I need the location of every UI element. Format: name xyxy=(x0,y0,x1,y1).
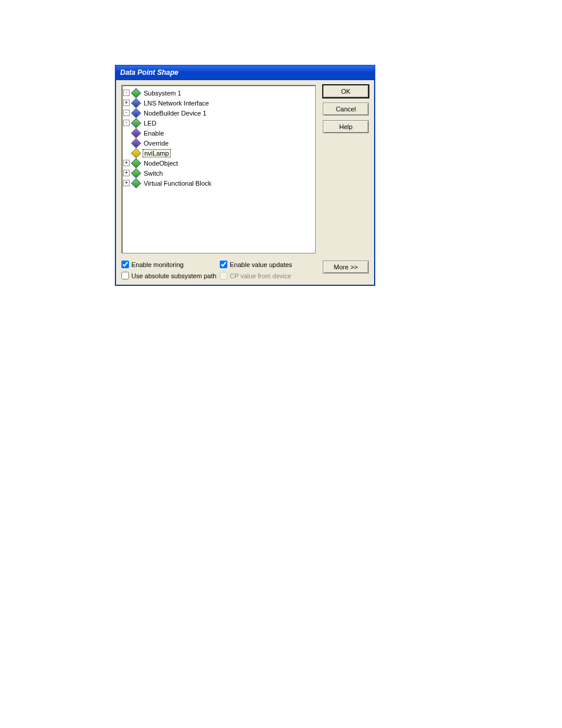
tree-label: Switch xyxy=(143,170,164,177)
help-button[interactable]: Help xyxy=(323,120,369,133)
tree-view[interactable]: - Subsystem 1 + LNS Network Interface xyxy=(121,85,316,253)
enable-monitoring-checkbox[interactable]: Enable monitoring xyxy=(121,261,220,268)
tree-label: NodeBuilder Device 1 xyxy=(143,110,207,117)
block-icon xyxy=(132,179,140,187)
block-icon xyxy=(132,159,140,167)
expand-icon[interactable]: + xyxy=(123,180,130,186)
enable-value-updates-input[interactable] xyxy=(220,261,227,268)
button-column: OK Cancel Help xyxy=(323,85,369,253)
expand-icon[interactable]: + xyxy=(123,100,130,106)
cancel-button[interactable]: Cancel xyxy=(323,103,369,116)
tree-label: Virtual Functional Block xyxy=(143,180,213,187)
tree-label: Subsystem 1 xyxy=(143,90,183,97)
device-icon xyxy=(132,109,140,117)
checkbox-label: Enable monitoring xyxy=(131,261,184,268)
collapse-icon[interactable]: - xyxy=(123,90,130,96)
tree-item-enable[interactable]: Enable xyxy=(123,128,314,138)
tree-item-nodebuilder[interactable]: - NodeBuilder Device 1 xyxy=(123,108,314,118)
tree-label-selected: nviLamp xyxy=(143,149,171,157)
expand-icon[interactable]: + xyxy=(123,160,130,166)
tree-label: LNS Network Interface xyxy=(143,100,210,107)
tree-label: Enable xyxy=(143,130,165,137)
dialog-title: Data Point Shape xyxy=(120,68,178,77)
datapoint-icon xyxy=(132,139,140,147)
tree-item-subsystem1[interactable]: - Subsystem 1 xyxy=(123,88,314,98)
checkbox-label: Enable value updates xyxy=(230,261,292,268)
checkbox-label: CP value from device xyxy=(230,272,291,279)
tree-item-lns[interactable]: + LNS Network Interface xyxy=(123,98,314,108)
nv-icon xyxy=(132,149,140,157)
titlebar[interactable]: Data Point Shape xyxy=(115,65,375,80)
checkbox-label: Use absolute subsystem path xyxy=(131,272,216,279)
tree-item-virtual[interactable]: + Virtual Functional Block xyxy=(123,178,314,188)
device-icon xyxy=(132,99,140,107)
tree-item-led[interactable]: - LED xyxy=(123,118,314,128)
cp-value-checkbox: CP value from device xyxy=(220,272,318,279)
data-point-shape-dialog: Data Point Shape - Subsystem 1 xyxy=(115,65,375,286)
dialog-content: - Subsystem 1 + LNS Network Interface xyxy=(115,80,375,285)
tree-label: NodeObject xyxy=(143,160,179,167)
use-absolute-path-input[interactable] xyxy=(121,272,129,279)
expand-icon[interactable]: + xyxy=(123,170,130,176)
tree-item-switch[interactable]: + Switch xyxy=(123,168,314,178)
collapse-icon[interactable]: - xyxy=(123,110,130,116)
enable-monitoring-input[interactable] xyxy=(121,261,129,268)
enable-value-updates-checkbox[interactable]: Enable value updates xyxy=(220,261,318,268)
checkbox-area: Enable monitoring Use absolute subsystem… xyxy=(121,261,369,279)
use-absolute-path-checkbox[interactable]: Use absolute subsystem path xyxy=(121,272,220,279)
collapse-icon[interactable]: - xyxy=(123,120,130,126)
datapoint-icon xyxy=(132,129,140,137)
tree-label: LED xyxy=(143,120,157,127)
tree-item-nodeobject[interactable]: + NodeObject xyxy=(123,158,314,168)
subsystem-icon xyxy=(132,89,140,97)
tree-label: Override xyxy=(143,140,170,147)
ok-button[interactable]: OK xyxy=(323,85,369,98)
tree-item-nvilamp[interactable]: nviLamp xyxy=(123,148,314,158)
block-icon xyxy=(132,169,140,177)
cp-value-input xyxy=(220,272,227,279)
block-icon xyxy=(132,119,140,127)
tree-item-override[interactable]: Override xyxy=(123,138,314,148)
top-row: - Subsystem 1 + LNS Network Interface xyxy=(121,85,369,253)
more-button[interactable]: More >> xyxy=(323,261,369,274)
